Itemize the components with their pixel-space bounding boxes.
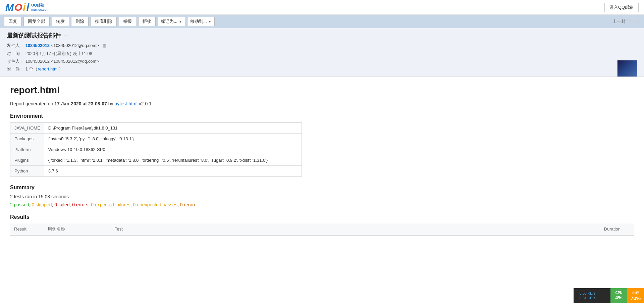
results-section: Results Result 用例名称 Test Duration	[10, 214, 634, 236]
tests-ran: 2 tests ran in 15.08 seconds.	[10, 194, 634, 199]
network-stats: ↑ 6.03 KB/s ↓ 8.81 KB/s	[574, 288, 610, 303]
env-row: Plugins{'forked': '1.1.3', 'html': '2.0.…	[10, 155, 302, 165]
email-thumbnail	[617, 60, 637, 77]
env-table: JAVA_HOMED:\Program Files\Java\jdk1.8.0_…	[10, 122, 302, 176]
move-to-dropdown[interactable]: 移动到... ▼	[187, 17, 215, 26]
report-generated: Report generated on 17-Jan-2020 at 23:08…	[10, 101, 634, 106]
expected-failures-count: 0 expected failures	[91, 202, 130, 207]
top-bar: M O i l QQ邮箱 mail.qq.com 进入QQ邮箱	[0, 0, 644, 15]
attachment-link[interactable]: report.html	[38, 66, 58, 71]
email-subject-row: 最新的测试报告邮件 ☆	[7, 32, 637, 40]
env-key: JAVA_HOME	[10, 122, 44, 133]
recipient-row: 收件人： 1084502012 <1084502012@qq.com>	[7, 57, 637, 65]
env-tbody: JAVA_HOMED:\Program Files\Java\jdk1.8.0_…	[10, 122, 302, 176]
failed-count: 0 failed	[54, 202, 69, 207]
move-to-arrow-icon: ▼	[208, 20, 212, 23]
sender-name[interactable]: 1084502012	[25, 43, 50, 48]
cpu-value: 4%	[615, 295, 623, 300]
enter-qq-button[interactable]: 进入QQ邮箱	[604, 3, 639, 12]
environment-title: Environment	[10, 113, 634, 119]
results-table: Result 用例名称 Test Duration	[10, 223, 634, 236]
download-arrow-icon: ↓	[576, 296, 578, 300]
star-icon[interactable]: ☆	[64, 33, 68, 39]
upload-speed: 6.03 KB/s	[579, 291, 595, 295]
environment-section: Environment JAVA_HOMED:\Program Files\Ja…	[10, 113, 634, 176]
upload-row: ↑ 6.03 KB/s	[576, 291, 608, 295]
nav-separator: 下一封	[627, 18, 640, 24]
attachment-row: 附 件： 1 个（report.html）	[7, 65, 637, 73]
logo-l: l	[26, 2, 29, 12]
env-key: Plugins	[10, 155, 44, 165]
summary-section: Summary 2 tests ran in 15.08 seconds. 2 …	[10, 185, 634, 207]
env-value: 3.7.6	[44, 165, 302, 176]
env-row: Python3.7.6	[10, 165, 302, 176]
delete-button[interactable]: 删除	[71, 17, 89, 26]
env-row: PlatformWindows-10-10.0.18362-SP0	[10, 144, 302, 155]
mem-block: 内存 70%	[627, 288, 644, 303]
results-table-head: Result 用例名称 Test Duration	[10, 223, 634, 235]
env-key: Python	[10, 165, 44, 176]
logo: M O i l QQ邮箱 mail.qq.com	[5, 2, 49, 12]
prev-email-button[interactable]: 上一封	[612, 18, 626, 24]
download-speed: 8.81 KB/s	[579, 296, 595, 300]
test-results-line: 2 passed, 0 skipped, 0 failed, 0 errors,…	[10, 202, 634, 207]
sender-label: 发件人：	[7, 43, 24, 48]
pytest-html-link[interactable]: pytest-html	[114, 101, 137, 106]
env-value: Windows-10-10.0.18362-SP0	[44, 144, 302, 155]
logo-qq-text: QQ邮箱 mail.qq.com	[31, 3, 49, 11]
reply-button[interactable]: 回复	[4, 17, 21, 26]
toolbar: 回复 回复全部 转发 删除 彻底删除 举报 拒收 标记为... ▼ 移动到...…	[0, 15, 644, 28]
env-key: Packages	[10, 133, 44, 144]
reject-button[interactable]: 拒收	[138, 17, 156, 26]
result-header: Result	[10, 223, 44, 235]
forward-button[interactable]: 转发	[52, 17, 69, 26]
test-header: Test	[111, 223, 574, 235]
recipient-label: 收件人：	[7, 59, 24, 64]
unexpected-passes-count: 0 unexpected passes	[133, 202, 177, 207]
results-title: Results	[10, 214, 634, 220]
rerun-count: 0 rerun	[180, 202, 195, 207]
attachment-close: ）	[59, 66, 63, 71]
logo-m: M	[5, 2, 14, 12]
time-row: 时 间： 2020年1月17日(星期五) 晚上11:08	[7, 50, 637, 57]
time-label: 时 间：	[7, 51, 24, 56]
download-row: ↓ 8.81 KB/s	[576, 296, 608, 300]
time-value: 2020年1月17日(星期五) 晚上11:08	[25, 51, 92, 56]
logo-o: O	[14, 2, 22, 12]
logo-area: M O i l QQ邮箱 mail.qq.com	[5, 2, 49, 12]
logo-i: i	[23, 2, 25, 12]
use-case-header: 用例名称	[44, 223, 111, 235]
pytest-html-version: v2.0.1	[138, 101, 152, 106]
results-header-row: Result 用例名称 Test Duration	[10, 223, 634, 235]
sender-email: <1084502012@qq.com>	[51, 43, 99, 48]
mark-as-dropdown[interactable]: 标记为... ▼	[158, 17, 185, 26]
move-to-label: 移动到...	[190, 18, 207, 24]
recipient-value: 1084502012 <1084502012@qq.com>	[25, 59, 99, 64]
generated-date: 17-Jan-2020 at 23:08:07	[54, 101, 107, 106]
duration-header: Duration	[574, 223, 634, 235]
mem-value: 70%	[631, 295, 641, 301]
report-button[interactable]: 举报	[119, 17, 136, 26]
email-header: 最新的测试报告邮件 ☆ 发件人： 1084502012 <1084502012@…	[0, 28, 644, 77]
mail-qq: mail.qq.com	[31, 8, 49, 12]
generated-prefix: Report generated on	[10, 101, 54, 106]
contact-icon[interactable]: ▦	[102, 43, 106, 48]
nav-arrows: 上一封 下一封	[612, 18, 640, 24]
reply-all-button[interactable]: 回复全部	[23, 17, 50, 26]
generated-by: by	[107, 101, 115, 106]
cpu-block: CPU 4%	[610, 288, 627, 303]
delete-permanent-button[interactable]: 彻底删除	[91, 17, 117, 26]
attachment-label: 附 件：	[7, 66, 24, 71]
env-value: D:\Program Files\Java\jdk1.8.0_131	[44, 122, 302, 133]
errors-count: 0 errors	[72, 202, 88, 207]
env-key: Platform	[10, 144, 44, 155]
summary-title: Summary	[10, 185, 634, 191]
skipped-count: 0 skipped	[32, 202, 52, 207]
mark-as-arrow-icon: ▼	[179, 20, 182, 23]
upload-arrow-icon: ↑	[576, 291, 578, 295]
attachment-count: 1 个（	[25, 66, 38, 71]
env-value: {'forked': '1.1.3', 'html': '2.0.1', 'me…	[44, 155, 302, 165]
email-meta: 发件人： 1084502012 <1084502012@qq.com> ▦ 时 …	[7, 42, 637, 73]
status-bar: ↑ 6.03 KB/s ↓ 8.81 KB/s CPU 4% 内存 70%	[574, 288, 644, 303]
report-title: report.html	[10, 85, 634, 96]
